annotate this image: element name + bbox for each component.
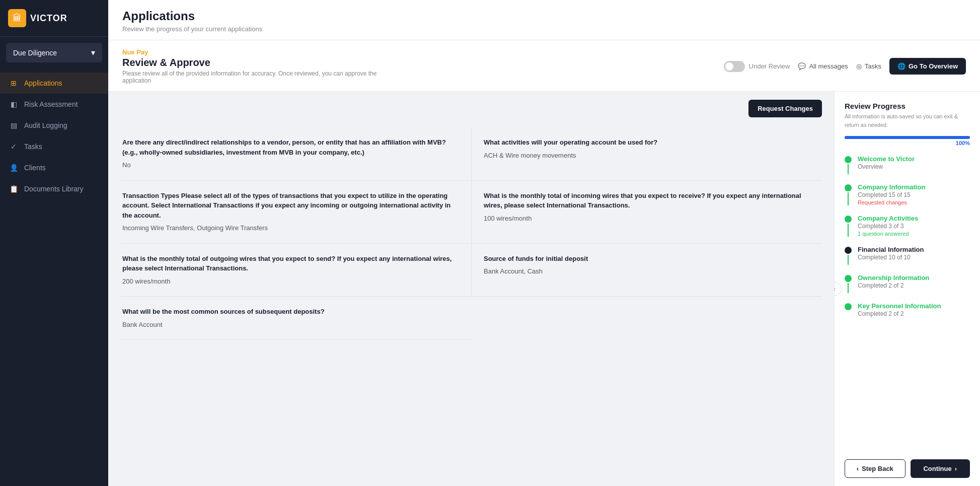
timeline-item-badge: Requested changes	[858, 199, 970, 205]
sidebar-item-label: Applications	[24, 79, 62, 87]
review-company-name: Nue Pay	[122, 48, 384, 56]
sidebar-item-label: Audit Logging	[24, 121, 67, 129]
qa-answer: 200 wires/month	[122, 276, 461, 287]
sidebar-item-label: Documents Library	[24, 185, 84, 193]
content-area: ··· ↗ Request Changes Are there any dire…	[108, 92, 980, 486]
logo-area: 🏛 VICTOR	[0, 0, 108, 37]
tasks-icon: ✓	[9, 142, 18, 151]
sidebar-item-applications[interactable]: ⊞ Applications	[0, 73, 108, 94]
right-panel: ‹ Review Progress All information is aut…	[834, 92, 980, 486]
review-header-right: Under Review 💬 All messages ◎ Tasks 🌐 Go…	[724, 58, 966, 75]
chevron-left-icon: ‹	[857, 465, 859, 472]
sidebar-item-risk-assessment[interactable]: ◧ Risk Assessment	[0, 94, 108, 115]
toggle-knob	[725, 62, 733, 71]
sidebar-item-label: Tasks	[24, 143, 42, 151]
qa-answer: Bank Account, Cash	[484, 266, 812, 276]
page-subtitle: Review the progress of your current appl…	[122, 25, 966, 33]
qa-answer: Bank Account	[122, 320, 461, 330]
qa-block: What is the monthly total of outgoing wi…	[120, 244, 471, 297]
arrow-tooltip: ↗	[815, 92, 824, 93]
qa-block: Source of funds for initial depositBank …	[471, 244, 822, 297]
review-header-left: Nue Pay Review & Approve Please review a…	[122, 48, 384, 84]
review-title: Review & Approve	[122, 57, 384, 68]
qa-question: What will be the most common sources of …	[122, 307, 461, 317]
qa-question: Source of funds for initial deposit	[484, 254, 812, 264]
review-progress-title: Review Progress	[845, 102, 970, 110]
qa-question: What is the monthly total of incoming wi…	[484, 191, 812, 211]
timeline-dot	[845, 247, 852, 254]
under-review-toggle-area: Under Review	[724, 61, 790, 72]
step-back-button[interactable]: ‹ Step Back	[845, 459, 906, 478]
timeline-item-title[interactable]: Ownership Information	[858, 274, 970, 282]
globe-icon: 🌐	[897, 62, 906, 70]
progress-percentage: 100%	[845, 140, 970, 146]
documents-library-icon: 📋	[9, 184, 18, 193]
timeline-item: Company InformationCompleted 15 of 15Req…	[845, 183, 970, 215]
sidebar-dropdown[interactable]: Due Diligence ▾	[6, 43, 102, 62]
topbar: Applications Review the progress of your…	[108, 0, 980, 40]
qa-question: Are there any direct/indirect relationsh…	[122, 137, 461, 157]
main-panel: ··· ↗ Request Changes Are there any dire…	[108, 92, 834, 486]
messages-icon: 💬	[798, 62, 806, 70]
continue-button[interactable]: Continue ›	[911, 459, 970, 478]
tasks-button[interactable]: ◎ Tasks	[856, 62, 881, 70]
chevron-down-icon: ▾	[91, 48, 95, 57]
go-to-overview-button[interactable]: 🌐 Go To Overview	[889, 58, 966, 75]
timeline-line	[848, 283, 849, 293]
timeline-item: Financial InformationCompleted 10 of 10	[845, 246, 970, 274]
timeline-item: Key Personnel InformationCompleted 2 of …	[845, 302, 970, 317]
timeline-item-title[interactable]: Financial Information	[858, 246, 970, 253]
timeline-item-subtitle: Completed 2 of 2	[858, 310, 970, 317]
request-changes-bar: ↗ Request Changes	[108, 92, 834, 117]
timeline-dot	[845, 275, 852, 282]
timeline-item-title[interactable]: Key Personnel Information	[858, 302, 970, 310]
timeline-item-title[interactable]: Company Activities	[858, 215, 970, 222]
progress-bar-container: 100%	[845, 136, 970, 153]
qa-question: What is the monthly total of outgoing wi…	[122, 254, 461, 273]
clients-icon: 👤	[9, 163, 18, 172]
sidebar-item-tasks[interactable]: ✓ Tasks	[0, 136, 108, 157]
collapse-panel-button[interactable]: ‹	[834, 282, 842, 296]
review-header: Nue Pay Review & Approve Please review a…	[108, 40, 980, 92]
progress-bar-fill	[845, 136, 970, 139]
main-area: Applications Review the progress of your…	[108, 0, 980, 486]
timeline-item: Ownership InformationCompleted 2 of 2	[845, 274, 970, 302]
timeline-dot	[845, 156, 852, 163]
page-title: Applications	[122, 9, 966, 23]
timeline: Welcome to VictorOverviewCompany Informa…	[845, 155, 970, 451]
timeline-dot	[845, 303, 852, 310]
qa-block: Are there any direct/indirect relationsh…	[120, 127, 471, 181]
timeline-dot	[845, 184, 852, 191]
chevron-right-icon: ›	[955, 465, 957, 472]
progress-bar-track	[845, 136, 970, 139]
timeline-line	[848, 164, 849, 174]
timeline-line	[848, 224, 849, 237]
timeline-item-subtitle: Completed 3 of 3	[858, 223, 970, 230]
qa-question: What activities will your operating acco…	[484, 137, 812, 148]
under-review-toggle[interactable]	[724, 61, 745, 72]
timeline-item-subtitle: Completed 15 of 15	[858, 191, 970, 198]
timeline-item-subtitle: Overview	[858, 163, 970, 170]
applications-icon: ⊞	[9, 79, 18, 88]
sidebar-item-label: Clients	[24, 164, 46, 172]
risk-assessment-icon: ◧	[9, 100, 18, 109]
all-messages-button[interactable]: 💬 All messages	[798, 62, 848, 70]
timeline-item-badge: 1 question answered	[858, 231, 970, 237]
sidebar-item-audit-logging[interactable]: ▤ Audit Logging	[0, 115, 108, 136]
sidebar-item-documents-library[interactable]: 📋 Documents Library	[0, 178, 108, 199]
timeline-item-title[interactable]: Company Information	[858, 183, 970, 191]
review-description: Please review all of the provided inform…	[122, 70, 384, 84]
request-changes-button[interactable]: Request Changes	[748, 100, 822, 117]
timeline-line	[848, 192, 849, 205]
qa-answer: Incoming Wire Transfers, Outgoing Wire T…	[122, 223, 461, 233]
timeline-item-title[interactable]: Welcome to Victor	[858, 155, 970, 163]
sidebar-nav: ⊞ Applications ◧ Risk Assessment ▤ Audit…	[0, 68, 108, 486]
timeline-item-subtitle: Completed 10 of 10	[858, 254, 970, 261]
qa-block: What is the monthly total of incoming wi…	[471, 181, 822, 244]
logo-text: VICTOR	[30, 13, 67, 24]
timeline-line	[848, 255, 849, 265]
qa-grid: Are there any direct/indirect relationsh…	[108, 117, 834, 350]
qa-answer: No	[122, 160, 461, 170]
qa-answer: ACH & Wire money movements	[484, 151, 812, 161]
sidebar-item-clients[interactable]: 👤 Clients	[0, 157, 108, 178]
